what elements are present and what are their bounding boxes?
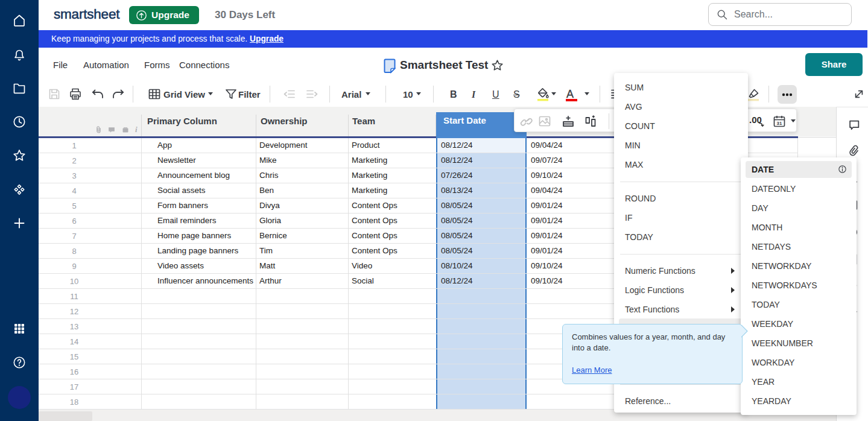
svg-text:31: 31 — [777, 121, 782, 126]
